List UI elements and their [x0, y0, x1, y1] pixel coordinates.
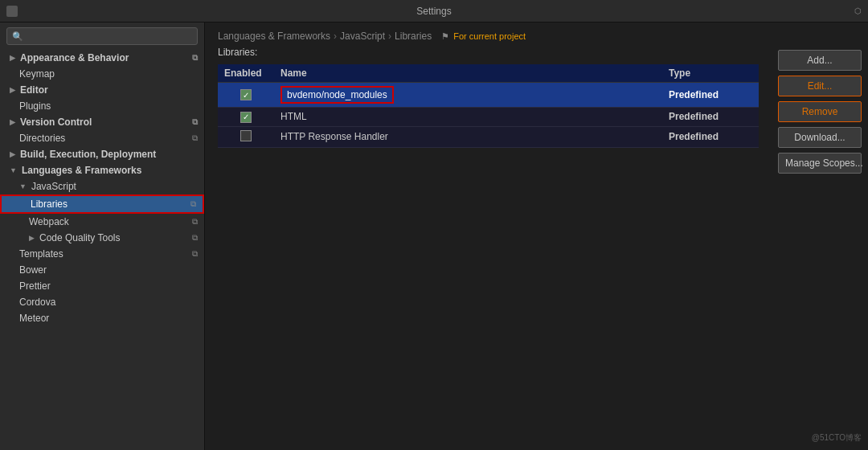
remove-button[interactable]: Remove: [778, 101, 862, 122]
sidebar-item-label: Keymap: [19, 68, 55, 80]
table-row[interactable]: ✓ HTML Predefined: [218, 108, 759, 127]
sidebar-item-version-control[interactable]: ▶ Version Control ⧉: [0, 114, 204, 130]
arrow-icon: ▶: [10, 150, 15, 158]
copy-icon: ⧉: [192, 217, 198, 227]
sidebar-item-languages[interactable]: ▼ Languages & Frameworks: [0, 162, 204, 178]
sidebar-item-label: Meteor: [19, 313, 49, 324]
sidebar-item-label: Editor: [20, 84, 48, 96]
lib-type: Predefined: [662, 126, 759, 147]
col-header-enabled: Enabled: [218, 64, 274, 83]
sidebar-item-bower[interactable]: Bower: [0, 262, 204, 278]
sidebar-item-directories[interactable]: Directories ⧉: [0, 130, 204, 146]
resize-icon[interactable]: ⬡: [854, 6, 862, 15]
lib-name: bvdemo/node_modules: [280, 86, 394, 104]
table-row[interactable]: HTTP Response Handler Predefined: [218, 126, 759, 147]
main-layout: 🔍 ▶ Appearance & Behavior ⧉ Keymap ▶ Edi…: [0, 22, 868, 450]
col-header-type: Type: [662, 64, 759, 83]
arrow-icon: ▶: [29, 234, 35, 242]
arrow-icon: ▶: [10, 86, 15, 94]
col-header-name: Name: [274, 64, 662, 83]
manage-scopes-button[interactable]: Manage Scopes...: [778, 153, 862, 174]
search-input[interactable]: [27, 31, 192, 42]
sidebar-item-javascript[interactable]: ▼ JavaScript: [0, 178, 204, 194]
lib-name: HTTP Response Handler: [274, 126, 662, 147]
sidebar-item-label: Plugins: [19, 100, 51, 112]
sidebar-item-plugins[interactable]: Plugins: [0, 98, 204, 114]
sidebar-item-label: Version Control: [20, 117, 92, 128]
sidebar: 🔍 ▶ Appearance & Behavior ⧉ Keymap ▶ Edi…: [0, 22, 205, 450]
sidebar-item-meteor[interactable]: Meteor: [0, 310, 204, 326]
breadcrumb-sep-1: ›: [334, 31, 337, 42]
arrow-icon: ▶: [10, 54, 15, 62]
sidebar-item-label: Prettier: [19, 280, 51, 292]
libraries-panel: Libraries: Enabled Name Type ✓: [205, 47, 772, 450]
table-row[interactable]: ✓ bvdemo/node_modules Predefined: [218, 83, 759, 108]
sidebar-item-label: Templates: [19, 248, 63, 260]
breadcrumb-part-1: Languages & Frameworks: [218, 31, 330, 42]
sidebar-item-webpack[interactable]: Webpack ⧉: [0, 214, 204, 230]
sidebar-item-templates[interactable]: Templates ⧉: [0, 246, 204, 262]
breadcrumb-sep-2: ›: [388, 31, 391, 42]
sidebar-item-build[interactable]: ▶ Build, Execution, Deployment: [0, 146, 204, 162]
arrow-icon: ▶: [10, 118, 15, 126]
breadcrumb-part-2: JavaScript: [340, 31, 385, 42]
sidebar-item-label: Cordova: [19, 297, 55, 308]
sidebar-item-label: JavaScript: [31, 181, 76, 192]
download-button[interactable]: Download...: [778, 127, 862, 148]
scope-badge: ⚑ For current project: [441, 31, 526, 42]
sidebar-item-code-quality[interactable]: ▶ Code Quality Tools ⧉: [0, 230, 204, 246]
checkbox-enabled[interactable]: ✓: [240, 112, 252, 123]
sidebar-item-label: Bower: [19, 264, 47, 276]
add-button[interactable]: Add...: [778, 50, 862, 71]
sidebar-item-cordova[interactable]: Cordova: [0, 294, 204, 310]
sidebar-item-label: Languages & Frameworks: [22, 165, 141, 176]
copy-icon: ⧉: [192, 117, 198, 127]
sidebar-item-label: Appearance & Behavior: [20, 52, 129, 63]
lib-type: Predefined: [662, 108, 759, 127]
copy-icon: ⧉: [192, 133, 198, 143]
copy-icon: ⧉: [192, 249, 198, 259]
sidebar-item-label: Code Quality Tools: [39, 232, 121, 243]
lib-name: HTML: [274, 108, 662, 127]
sidebar-item-keymap[interactable]: Keymap: [0, 66, 204, 82]
panel-title: Libraries:: [218, 47, 759, 58]
sidebar-item-label: Build, Execution, Deployment: [20, 149, 156, 160]
libraries-table: Enabled Name Type ✓ bvdemo/node_modules: [218, 64, 759, 148]
sidebar-item-editor[interactable]: ▶ Editor: [0, 82, 204, 98]
sidebar-item-label: Libraries: [31, 198, 68, 210]
copy-icon: ⧉: [192, 53, 198, 63]
arrow-icon: ▼: [19, 182, 27, 190]
buttons-panel: Add... Edit... Remove Download... Manage…: [772, 47, 868, 450]
sidebar-item-libraries[interactable]: Libraries ⧉: [0, 194, 204, 214]
sidebar-item-label: Directories: [19, 133, 65, 144]
app-icon: [6, 6, 18, 17]
search-box[interactable]: 🔍: [6, 27, 198, 45]
watermark: @51CTO博客: [812, 432, 862, 444]
sidebar-items: ▶ Appearance & Behavior ⧉ Keymap ▶ Edito…: [0, 50, 204, 450]
arrow-icon: ▼: [10, 166, 17, 174]
breadcrumb: Languages & Frameworks › JavaScript › Li…: [205, 22, 868, 47]
lib-type: Predefined: [662, 83, 759, 108]
checkbox-enabled[interactable]: [240, 130, 252, 141]
search-icon: 🔍: [12, 31, 23, 42]
sidebar-item-label: Webpack: [29, 216, 69, 227]
checkbox-enabled[interactable]: ✓: [240, 89, 252, 100]
breadcrumb-part-3: Libraries: [395, 31, 432, 42]
copy-icon: ⧉: [190, 199, 196, 209]
window-title: Settings: [416, 6, 451, 17]
content: Languages & Frameworks › JavaScript › Li…: [205, 22, 868, 450]
sidebar-item-prettier[interactable]: Prettier: [0, 278, 204, 294]
content-body: Libraries: Enabled Name Type ✓: [205, 47, 868, 450]
copy-icon: ⧉: [192, 233, 198, 243]
sidebar-item-appearance[interactable]: ▶ Appearance & Behavior ⧉: [0, 50, 204, 66]
edit-button[interactable]: Edit...: [778, 76, 862, 96]
title-bar: Settings ⬡: [0, 0, 868, 22]
